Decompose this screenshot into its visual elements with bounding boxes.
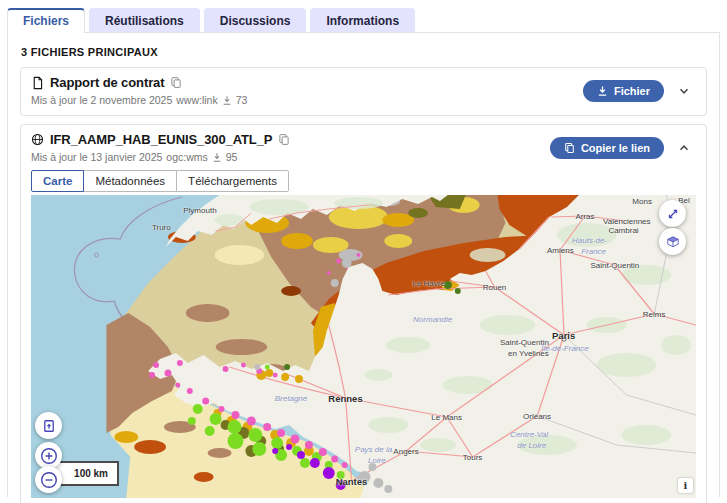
copy-icon	[564, 142, 575, 154]
tab-fichiers[interactable]: Fichiers	[7, 8, 85, 33]
map-viewport[interactable]: PlymouthTruroLe HavreRouenAmiensArrasVal…	[31, 195, 696, 498]
copy-link-button[interactable]: Copier le lien	[550, 137, 664, 159]
file-updated: Mis à jour le 2 novembre 2025	[31, 94, 172, 106]
file-info: IFR_AAMP_HAB_EUNIS_300_ATL_P Mis à jour …	[31, 132, 290, 163]
copy-title-icon[interactable]	[170, 76, 182, 89]
expand-chevron-down-icon[interactable]	[676, 83, 692, 99]
tab-reutilisations[interactable]: Réutilisations	[89, 8, 200, 32]
tab-informations[interactable]: Informations	[310, 8, 415, 32]
download-count-icon	[222, 95, 232, 106]
attribution-info-button[interactable]: i	[678, 478, 693, 493]
zoom-out-button[interactable]	[35, 466, 62, 493]
collapse-chevron-up-icon[interactable]	[676, 140, 692, 156]
fullscreen-button[interactable]	[659, 200, 686, 227]
subtab-metadonnees[interactable]: Métadonnées	[83, 170, 177, 192]
download-count: 95	[226, 151, 238, 163]
tab-discussions[interactable]: Discussions	[204, 8, 307, 32]
download-count-icon	[212, 152, 222, 163]
file-info: Rapport de contrat Mis à jour le 2 novem…	[31, 75, 247, 106]
file-card-eunis: IFR_AAMP_HAB_EUNIS_300_ATL_P Mis à jour …	[20, 124, 707, 503]
layers-button[interactable]	[659, 228, 686, 255]
resource-subtabs: Carte Métadonnées Téléchargements	[31, 170, 696, 192]
file-title: IFR_AAMP_HAB_EUNIS_300_ATL_P	[50, 132, 272, 147]
scale-label: 100 km	[74, 468, 108, 479]
file-updated: Mis à jour le 13 janvier 2025	[31, 151, 162, 163]
expand-icon	[666, 207, 680, 221]
minus-icon	[40, 471, 58, 489]
export-page-icon	[42, 419, 56, 433]
subtab-carte[interactable]: Carte	[31, 170, 84, 192]
file-actions: Fichier	[583, 80, 696, 102]
download-count: 73	[236, 94, 248, 106]
plus-icon	[40, 447, 58, 465]
file-format: ogc:wms	[166, 151, 207, 163]
file-title: Rapport de contrat	[50, 75, 164, 90]
tab-bar: Fichiers Réutilisations Discussions Info…	[7, 8, 720, 32]
file-card-rapport: Rapport de contrat Mis à jour le 2 novem…	[20, 67, 707, 116]
download-file-label: Fichier	[614, 85, 650, 97]
zoom-in-button[interactable]	[35, 442, 62, 469]
copy-title-icon[interactable]	[278, 133, 290, 146]
map-canvas	[31, 195, 696, 498]
file-actions: Copier le lien	[550, 137, 696, 159]
content-panel: 3 FICHIERS PRINCIPAUX Rapport de contrat	[7, 32, 720, 497]
file-format: www:link	[176, 94, 217, 106]
file-icon	[31, 76, 44, 90]
subtab-telechargements[interactable]: Téléchargements	[176, 170, 289, 192]
download-icon	[597, 85, 608, 97]
export-map-button[interactable]	[35, 412, 62, 439]
layers-cube-icon	[665, 234, 681, 250]
page: Fichiers Réutilisations Discussions Info…	[0, 0, 727, 503]
download-file-button[interactable]: Fichier	[583, 80, 664, 102]
section-title: 3 FICHIERS PRINCIPAUX	[21, 46, 707, 58]
copy-link-label: Copier le lien	[581, 142, 650, 154]
globe-icon	[31, 133, 44, 146]
